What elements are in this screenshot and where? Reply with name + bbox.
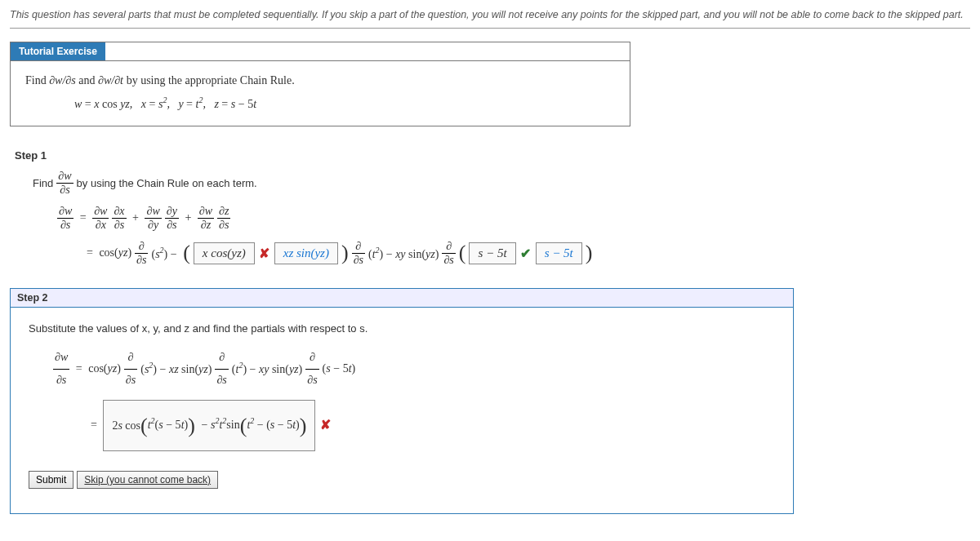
tutorial-exercise-panel: Tutorial Exercise Find ∂w/∂s and ∂w/∂t b…	[10, 42, 630, 126]
skip-button[interactable]: Skip (you cannot come back)	[77, 471, 218, 489]
step1-chain-rule: ∂w∂s = ∂w∂x ∂x∂s + ∂w∂y ∂y∂s + ∂w∂z ∂z∂s	[57, 205, 970, 232]
wrong-icon: ✘	[258, 246, 271, 261]
wrong-icon: ✘	[318, 413, 332, 437]
step1-answer4-display: s − 5t	[536, 242, 582, 264]
divider	[10, 28, 970, 29]
tutorial-exercise-tab: Tutorial Exercise	[11, 42, 105, 60]
step1-label: Step 1	[15, 149, 970, 162]
step2-equation: ∂w∂s = cos(yz) ∂∂s (s2) − xz sin(yz) ∂∂s…	[53, 347, 775, 391]
step2-section: Step 2 Substitute the values of x, y, an…	[10, 288, 794, 514]
step2-answer-row: = 2s cos(t2(s − 5t)) − s2t2sin(t2 − (s −…	[91, 400, 775, 451]
step1-answer2-display: xz sin(yz)	[274, 242, 338, 264]
step2-intro: Substitute the values of x, y, and z and…	[29, 319, 775, 339]
sequential-warning: This question has several parts that mus…	[10, 8, 970, 23]
tutorial-prompt: Find ∂w/∂s and ∂w/∂t by using the approp…	[25, 71, 615, 91]
step1-intro: Find ∂w∂s by using the Chain Rule on eac…	[33, 170, 970, 197]
check-icon: ✔	[519, 246, 532, 261]
step2-label: Step 2	[11, 289, 793, 308]
step1-expanded: = cos(yz) ∂∂s (s2) − ( x cos(yz) ✘ xz si…	[87, 240, 970, 267]
tutorial-given: w = x cos yz, x = s2, y = t2, z = s − 5t	[74, 93, 615, 113]
step1-section: Step 1 Find ∂w∂s by using the Chain Rule…	[15, 149, 970, 267]
step1-answer3-input[interactable]: s − 5t	[469, 242, 515, 264]
submit-button[interactable]: Submit	[29, 471, 74, 489]
step2-answer-input[interactable]: 2s cos(t2(s − 5t)) − s2t2sin(t2 − (s − 5…	[103, 400, 315, 451]
step1-answer1-input[interactable]: x cos(yz)	[194, 242, 255, 264]
